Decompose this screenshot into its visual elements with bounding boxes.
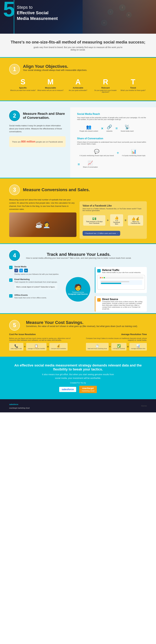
step3-image: ☕👩‍💼 — [9, 212, 76, 237]
people-coffee-icon: ☕👩‍💼 — [35, 221, 50, 228]
reach-desc: Your reach looks at the potential number… — [77, 117, 149, 120]
cost-box-daily: 📞 Daily support calls — [9, 343, 23, 350]
intro-heading: There's no one-size-fits-all method of m… — [9, 40, 147, 44]
step2-circle: 2 — [9, 110, 20, 121]
cost-left: Cost Per Issue Resolution Before you can… — [9, 333, 76, 352]
avg-time-icon: 📊 — [136, 344, 140, 348]
step3-title-block: Measure Conversions and Sales. — [23, 187, 90, 192]
facebook-badge: f Facebook has 1.3 billion users and mor… — [83, 231, 120, 236]
footer-sources: Sources — [141, 405, 147, 407]
avg-box-hours: ⏱️ Total work hours resolving issue — [86, 343, 109, 350]
soc-formula-box-1: 💬 # of posts mentioning chosen topic and… — [78, 148, 116, 158]
step1-title: Align Your Objectives. — [23, 64, 87, 69]
phone-icon: 📞 — [14, 344, 18, 348]
avg-box-issues: ✅ # of issues resolved — [111, 343, 127, 350]
step4-header: 4 Track and Measure Your Leads. How is s… — [9, 250, 147, 261]
exacttarget-logo: exacttargetmarketing cloud — [79, 386, 97, 393]
checkbox-offline: ✓ — [9, 294, 12, 298]
salesforce-logo: salesforce — [59, 387, 76, 392]
screenshot-body — [99, 279, 144, 288]
issues-icon: 📋 — [34, 344, 38, 348]
cta-credit: Created For You by — [9, 382, 147, 384]
referral-content: Referral Traffic Note referral traffic t… — [102, 269, 141, 274]
soc-equals: = — [78, 162, 80, 166]
screenshot-row1 — [100, 280, 142, 285]
step5-title-block: Measure Your Cost Savings. Sometimes, th… — [26, 320, 138, 330]
cta-body2: social media, your investment will be wo… — [9, 377, 147, 379]
step3-title: Measure Conversions and Sales. — [23, 187, 90, 192]
intro-section: There's no one-size-fits-all method of m… — [0, 34, 156, 57]
cost-per-issue-desc: Before you can figure out how much money… — [9, 338, 76, 341]
avg-equals: = — [127, 345, 129, 348]
calc-divide: ÷ — [107, 218, 109, 222]
formula-box-2: 🔗 networks — [105, 123, 114, 134]
direct-content: Direct Source Companies that come from a… — [102, 298, 145, 310]
cta-body1: It also means true grit effort. But when… — [9, 373, 147, 376]
avg-divide: ÷ — [109, 345, 111, 348]
step4-grid: ✓ Social Media f t in Overlay names on y… — [9, 266, 147, 313]
direct-box: ✓ Direct Source Companies that come from… — [95, 296, 147, 312]
value-icon: 👍💰 — [131, 217, 140, 220]
referral-inner: ✓ Referral Traffic Note referral traffic… — [97, 269, 145, 274]
cost-box-avg: 📋 Average # of issues handled — [26, 343, 46, 350]
linkedin-icon-sm: in — [24, 269, 28, 272]
step2-right: Social Media Reach Your reach looks at t… — [70, 107, 156, 178]
dot-yellow — [102, 277, 103, 278]
step2-content: 2 Measure Reach and Share of Conversatio… — [0, 107, 156, 178]
step5-circle: 5 — [9, 320, 20, 331]
reach-stat: There are 800 million people are on Face… — [11, 140, 63, 143]
step4-title: Track and Measure Your Leads. — [26, 252, 131, 257]
email-content: Email Marketing Track requests for conte… — [14, 278, 57, 291]
checkbox-email: ✓ — [9, 278, 12, 282]
step4-section: 4 Track and Measure Your Leads. How is s… — [0, 244, 156, 313]
hero-section: 5 Steps to Effective Social Media Measur… — [0, 0, 156, 34]
reach-stat-box: There are 800 million people are on Face… — [9, 136, 66, 147]
step2-header: 2 Measure Reach and Share of Conversatio… — [9, 110, 66, 121]
share-icon: 📈 — [83, 160, 98, 166]
step5-section: 5 Measure Your Cost Savings. Sometimes, … — [0, 314, 156, 357]
lead-social-media: ✓ Social Media f t in Overlay names on y… — [9, 266, 61, 275]
money-icon: 💵 — [92, 217, 96, 220]
step4-title-row: 4 Track and Measure Your Leads. How is s… — [9, 250, 147, 261]
step3-right: Value of a Facebook Like How much is a T… — [80, 198, 147, 239]
social-icons: f t in — [14, 269, 59, 272]
thumbs-up-icon: 👍 — [115, 216, 119, 220]
reach-formula: 👥 People who shared content × 🔗 networks… — [77, 122, 149, 134]
email-sub-box: Want a sneak digest of content? Subscrib… — [14, 284, 57, 290]
step1-subtitle: Your social strategy should always lead … — [23, 69, 87, 71]
smart-m: M Measurable What metrics will you use t… — [37, 78, 64, 93]
posts-topic-icon: 📊 — [122, 149, 146, 154]
cta-logos: salesforce exacttargetmarketing cloud — [9, 386, 147, 393]
checkbox-social: ✓ — [9, 266, 12, 269]
hero-title: Steps to Effective Social Media Measurem… — [17, 4, 58, 21]
dot-red — [100, 277, 101, 278]
step4-subtitle: How is social media affecting your lead … — [26, 257, 131, 259]
calc-formula: 💵 Total revenue in 30 days from Facebook… — [83, 214, 144, 227]
checkbox-referral: ✓ — [97, 269, 101, 272]
step4-right-col: ✓ Referral Traffic Note referral traffic… — [95, 266, 147, 313]
step2-body: Social media makes it easy for people to… — [9, 124, 66, 133]
cta-section: An effective social media measurement st… — [0, 357, 156, 399]
hero-number: 5 — [3, 0, 15, 20]
step3-left: Measuring social isn't about the total n… — [9, 198, 76, 239]
avg-response-title: Average Resolution Time — [80, 333, 147, 336]
formula-plus: × — [101, 126, 103, 130]
reach-title: Social Media Reach — [77, 113, 149, 116]
step2-title-block: Measure Reach and Share of Conversation. — [23, 112, 66, 120]
calc-equals: = — [125, 218, 127, 222]
hero-image — [83, 0, 156, 34]
network-icon: 🔗 — [106, 124, 112, 130]
clock-icon: ⏱️ — [95, 344, 99, 348]
avg-formula: ⏱️ Total work hours resolving issue ÷ ✅ … — [80, 343, 147, 350]
bar1 — [101, 281, 129, 282]
smart-r: R Relevant Do your goals tie to your bro… — [92, 78, 119, 93]
hero-text: Steps to Effective Social Media Measurem… — [17, 4, 58, 21]
step2-section: 2 Measure Reach and Share of Conversatio… — [0, 101, 156, 178]
smart-a: A Achievable Are your goals achievable? — [64, 78, 92, 93]
value-fb-subtitle: How much is a Twitter follower, Facebook… — [83, 208, 144, 212]
soc-desc: Check share of conversation to understan… — [77, 141, 149, 145]
step1-header: 1 Align Your Objectives. Your social str… — [9, 64, 147, 74]
soc-title: Share of Conversation — [77, 137, 149, 140]
social-media-reach-block: Social Media Reach Your reach looks at t… — [75, 110, 152, 175]
step4-circle: 4 — [9, 250, 20, 261]
